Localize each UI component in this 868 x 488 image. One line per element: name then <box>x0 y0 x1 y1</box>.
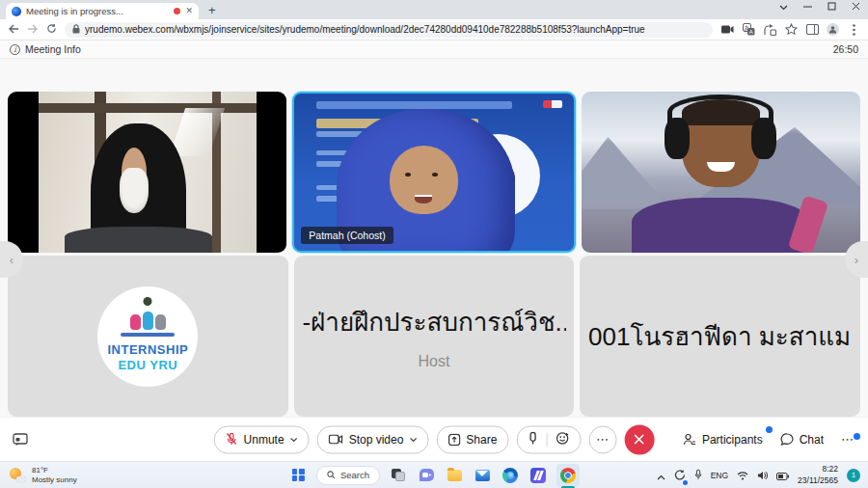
meeting-control-bar: Unmute Stop video Share <box>0 417 868 461</box>
browser-toolbar: yrudemo.webex.com/wbxmjs/joinservice/sit… <box>0 19 868 41</box>
browser-tab-strip: Meeting is in progress... ✕ + <box>0 0 868 19</box>
taskbar-clock[interactable]: 8:22 23/11/2565 <box>798 464 838 485</box>
participants-button[interactable]: Participants <box>683 433 763 447</box>
file-explorer-button[interactable] <box>445 466 464 485</box>
chevron-down-icon <box>290 437 298 442</box>
stop-video-button[interactable]: Stop video <box>317 425 429 453</box>
teams-chat-icon <box>420 469 434 481</box>
bookmark-star-icon[interactable] <box>784 23 798 37</box>
meeting-info-label[interactable]: Meeting Info <box>25 43 81 55</box>
teams-chat-button[interactable] <box>417 466 436 485</box>
search-label: Search <box>340 470 369 480</box>
mail-button[interactable] <box>473 466 492 485</box>
participant-tile-host[interactable]: -ฝ่ายฝึกประสบการณ์วิช... Host <box>294 256 575 417</box>
active-speaker-name-label: Patmah (Cohost) <box>301 227 393 244</box>
time: 8:22 <box>798 464 838 474</box>
headphones-icon <box>665 118 690 159</box>
tab-search-chevron-icon[interactable] <box>779 3 788 13</box>
info-icon: i <box>10 44 20 55</box>
tab-close-icon[interactable]: ✕ <box>185 7 193 15</box>
record-button[interactable] <box>528 431 537 447</box>
volume-icon[interactable] <box>757 467 768 484</box>
translate-icon[interactable]: あA <box>742 23 755 37</box>
forward-button[interactable] <box>27 23 39 37</box>
participant-tile-001[interactable]: 001โนรฮาฟีดา มะสาแม... <box>580 256 860 417</box>
windows-logo-icon <box>291 469 304 481</box>
divider <box>546 432 547 447</box>
media-camera-indicator-icon[interactable] <box>720 23 734 37</box>
avatar-text-line1: INTERNSHIP <box>107 342 188 357</box>
meeting-timer: 26:50 <box>833 43 858 55</box>
video-row: Patmah (Cohost) <box>8 92 860 253</box>
mic-muted-icon <box>226 433 238 447</box>
more-options-button[interactable]: ⋯ <box>588 425 616 453</box>
video-tile-active-speaker[interactable]: Patmah (Cohost) <box>292 92 575 253</box>
wifi-icon[interactable] <box>737 467 748 484</box>
task-view-button[interactable] <box>389 466 408 485</box>
chat-icon <box>780 433 794 446</box>
avatar-text-line2: EDU YRU <box>118 358 177 372</box>
tray-mic-icon[interactable] <box>694 467 702 484</box>
window-close-button[interactable] <box>852 2 860 13</box>
webex-app-button[interactable] <box>529 466 548 485</box>
share-button[interactable]: Share <box>436 425 508 453</box>
leave-meeting-button[interactable] <box>624 424 654 454</box>
notification-badge[interactable]: 1 <box>847 469 860 482</box>
weather-widget[interactable]: 81°F Mostly sunny <box>0 466 77 485</box>
reactions-button[interactable] <box>556 431 569 447</box>
tab-title: Meeting is in progress... <box>26 6 169 16</box>
onedrive-sync-icon[interactable] <box>674 467 686 484</box>
record-reactions-group <box>516 425 581 453</box>
slashes-app-icon <box>530 468 546 483</box>
chat-button[interactable]: Chat <box>780 433 824 447</box>
battery-icon[interactable] <box>776 467 789 484</box>
browser-tab[interactable]: Meeting is in progress... ✕ <box>6 3 199 19</box>
participant-role: Host <box>419 353 450 370</box>
share-icon <box>448 433 460 446</box>
camera-icon <box>329 435 343 445</box>
share-page-icon[interactable] <box>763 23 776 37</box>
window-minimize-button[interactable] <box>803 2 812 13</box>
new-tab-button[interactable]: + <box>208 3 216 17</box>
windows-taskbar: 81°F Mostly sunny Search <box>0 461 868 488</box>
webex-favicon-icon <box>12 7 21 16</box>
overflow-notification-dot <box>854 433 860 440</box>
layout-button[interactable] <box>10 430 31 449</box>
edge-button[interactable] <box>501 466 520 485</box>
video-tile-participant-1[interactable] <box>8 92 286 253</box>
folder-icon <box>448 470 462 481</box>
unmute-label: Unmute <box>244 433 285 447</box>
window-maximize-button[interactable] <box>827 2 836 13</box>
url-text: yrudemo.webex.com/wbxmjs/joinservice/sit… <box>85 24 645 35</box>
reload-button[interactable] <box>46 23 57 37</box>
mail-icon <box>475 470 490 481</box>
task-view-icon <box>392 469 405 481</box>
side-panel-icon[interactable] <box>805 23 819 37</box>
chat-label: Chat <box>800 433 824 447</box>
avatar: INTERNSHIP EDU YRU <box>97 286 198 387</box>
weather-desc: Mostly sunny <box>32 475 77 485</box>
meeting-stage: Patmah (Cohost) <box>0 59 868 417</box>
meeting-info-bar: i Meeting Info 26:50 <box>0 41 868 59</box>
back-button[interactable] <box>8 23 19 37</box>
participants-label: Participants <box>702 433 763 447</box>
chrome-button-active[interactable] <box>556 464 580 487</box>
browser-menu-icon[interactable] <box>847 23 860 37</box>
tray-chevron-up-icon[interactable] <box>657 467 665 484</box>
start-button[interactable] <box>288 466 308 485</box>
language-indicator[interactable]: ENG <box>711 471 728 480</box>
participant-tile-internship[interactable]: INTERNSHIP EDU YRU <box>8 256 288 417</box>
taskbar-search[interactable]: Search <box>316 466 380 485</box>
sync-notification-dot <box>683 480 688 485</box>
close-icon <box>634 434 645 446</box>
participant-name: -ฝ่ายฝึกประสบการณ์วิช... <box>302 302 565 341</box>
participant-row: INTERNSHIP EDU YRU -ฝ่ายฝึกประสบการณ์วิช… <box>8 256 860 417</box>
unmute-button[interactable]: Unmute <box>214 425 310 453</box>
lock-icon[interactable] <box>72 24 80 36</box>
chevron-down-icon <box>409 437 417 442</box>
internship-logo-icon <box>130 305 166 330</box>
profile-avatar-icon[interactable] <box>827 23 839 36</box>
video-tile-participant-3[interactable] <box>582 92 860 253</box>
address-bar[interactable]: yrudemo.webex.com/wbxmjs/joinservice/sit… <box>65 22 713 38</box>
slide-logo <box>543 100 562 108</box>
